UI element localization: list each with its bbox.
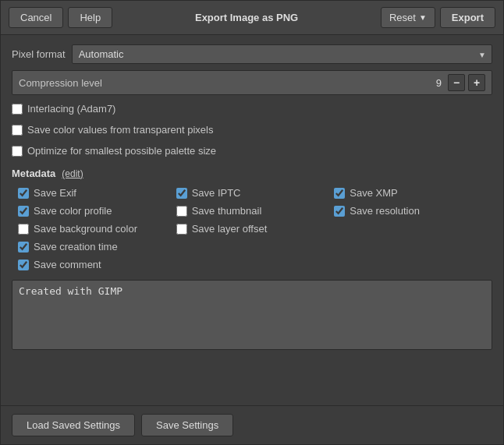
pixel-format-select-wrapper: Automatic 8 bpc 16 bpc 32 bpc: [72, 44, 492, 64]
dialog-footer: Load Saved Settings Save Settings: [1, 405, 503, 444]
reset-label: Reset: [389, 12, 416, 23]
save-layer-offset-row: Save layer offset: [176, 223, 335, 235]
save-thumbnail-checkbox[interactable]: [176, 206, 187, 217]
chevron-down-icon: ▼: [419, 13, 427, 22]
optimize-palette-checkbox[interactable]: [12, 146, 23, 157]
save-creation-time-checkbox[interactable]: [18, 242, 29, 253]
interlacing-label[interactable]: Interlacing (Adam7): [27, 103, 115, 115]
save-comment-row: Save comment: [18, 259, 176, 270]
save-creation-time-label[interactable]: Save creation time: [34, 241, 118, 253]
metadata-header: Metadata (edit): [12, 168, 492, 179]
pixel-format-row: Pixel format Automatic 8 bpc 16 bpc 32 b…: [12, 44, 492, 64]
save-iptc-label[interactable]: Save IPTC: [192, 187, 241, 199]
save-exif-row: Save Exif: [18, 187, 176, 199]
reset-button[interactable]: Reset ▼: [381, 7, 435, 28]
compression-label: Compression level: [19, 77, 436, 89]
optimize-palette-label[interactable]: Optimize for smallest possible palette s…: [27, 145, 216, 157]
save-color-values-row: Save color values from transparent pixel…: [12, 124, 492, 136]
save-background-color-label[interactable]: Save background color: [34, 223, 137, 235]
save-creation-time-row: Save creation time: [18, 241, 176, 253]
export-button[interactable]: Export: [440, 7, 495, 28]
save-xmp-checkbox[interactable]: [334, 188, 345, 199]
save-background-color-checkbox[interactable]: [18, 224, 29, 235]
save-color-profile-row: Save color profile: [18, 205, 176, 217]
save-xmp-label[interactable]: Save XMP: [350, 187, 397, 199]
metadata-col-1: Save IPTC Save thumbnail Save layer offs…: [176, 185, 335, 272]
save-iptc-row: Save IPTC: [176, 187, 335, 199]
pixel-format-label: Pixel format: [12, 48, 66, 60]
compression-decrement-button[interactable]: −: [448, 74, 465, 91]
dialog-header: Cancel Help Export Image as PNG Reset ▼ …: [1, 1, 503, 35]
save-color-values-label[interactable]: Save color values from transparent pixel…: [27, 124, 213, 136]
help-button[interactable]: Help: [68, 7, 112, 28]
compression-row: Compression level 9 − +: [12, 70, 492, 95]
metadata-grid: Save Exif Save color profile Save backgr…: [18, 185, 492, 272]
dialog-content: Pixel format Automatic 8 bpc 16 bpc 32 b…: [1, 35, 503, 405]
save-settings-button[interactable]: Save Settings: [141, 414, 233, 436]
dialog-title: Export Image as PNG: [117, 12, 376, 23]
save-color-profile-label[interactable]: Save color profile: [34, 205, 112, 217]
interlacing-row: Interlacing (Adam7): [12, 103, 492, 115]
compression-increment-button[interactable]: +: [468, 74, 485, 91]
save-resolution-checkbox[interactable]: [334, 206, 345, 217]
export-dialog: Cancel Help Export Image as PNG Reset ▼ …: [0, 0, 504, 445]
metadata-col-0: Save Exif Save color profile Save backgr…: [18, 185, 176, 272]
save-layer-offset-checkbox[interactable]: [176, 224, 187, 235]
save-thumbnail-row: Save thumbnail: [176, 205, 335, 217]
interlacing-checkbox[interactable]: [12, 104, 23, 115]
metadata-edit-link[interactable]: (edit): [62, 168, 83, 179]
save-thumbnail-label[interactable]: Save thumbnail: [192, 205, 262, 217]
save-comment-checkbox[interactable]: [18, 260, 29, 270]
save-exif-checkbox[interactable]: [18, 188, 29, 199]
save-comment-label[interactable]: Save comment: [34, 259, 101, 270]
save-resolution-label[interactable]: Save resolution: [350, 205, 420, 217]
compression-value: 9: [436, 77, 442, 89]
cancel-button[interactable]: Cancel: [9, 7, 63, 28]
save-resolution-row: Save resolution: [334, 205, 492, 217]
optimize-palette-row: Optimize for smallest possible palette s…: [12, 145, 492, 157]
metadata-col-2: Save XMP Save resolution: [334, 185, 492, 272]
save-exif-label[interactable]: Save Exif: [34, 187, 76, 199]
metadata-title: Metadata: [12, 168, 55, 179]
save-color-values-checkbox[interactable]: [12, 125, 23, 136]
save-layer-offset-label[interactable]: Save layer offset: [192, 223, 268, 235]
pixel-format-select[interactable]: Automatic 8 bpc 16 bpc 32 bpc: [72, 44, 492, 64]
save-color-profile-checkbox[interactable]: [18, 206, 29, 217]
save-background-color-row: Save background color: [18, 223, 176, 235]
save-xmp-row: Save XMP: [334, 187, 492, 199]
save-iptc-checkbox[interactable]: [176, 188, 187, 199]
load-saved-settings-button[interactable]: Load Saved Settings: [12, 414, 135, 436]
comment-textarea[interactable]: [12, 280, 492, 350]
